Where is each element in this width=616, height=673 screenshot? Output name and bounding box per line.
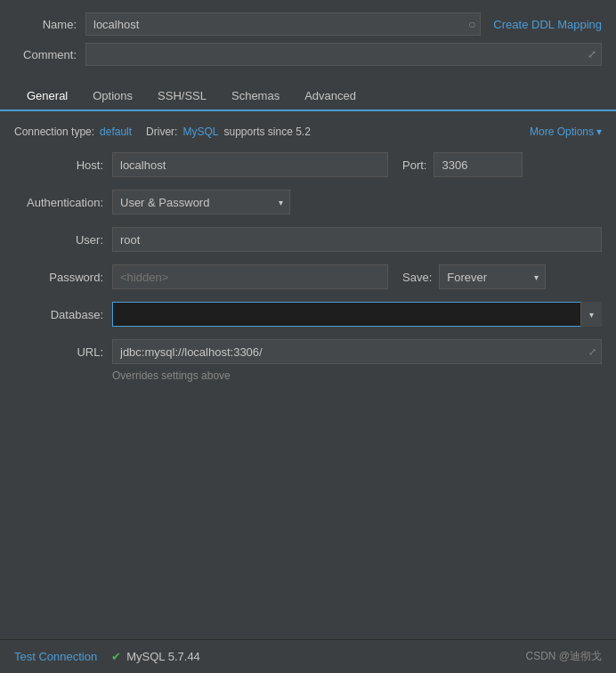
tab-general[interactable]: General bbox=[14, 82, 80, 111]
name-label: Name: bbox=[14, 18, 85, 31]
auth-select-wrap: User & Password None ▾ bbox=[112, 190, 290, 215]
tab-content: Connection type: default Driver: MySQL s… bbox=[0, 111, 616, 639]
comment-expand-icon[interactable]: ⤢ bbox=[588, 48, 596, 61]
database-dropdown-icon[interactable]: ▾ bbox=[580, 302, 602, 327]
tabs-bar: General Options SSH/SSL Schemas Advanced bbox=[0, 82, 616, 111]
tab-ssh-ssl[interactable]: SSH/SSL bbox=[145, 82, 219, 109]
name-input-wrap: ○ bbox=[85, 12, 481, 36]
tab-schemas[interactable]: Schemas bbox=[219, 82, 292, 109]
database-row: Database: ▾ bbox=[14, 302, 602, 327]
comment-label: Comment: bbox=[14, 48, 85, 61]
driver-since: supports since 5.2 bbox=[223, 126, 310, 138]
save-select[interactable]: Forever Never For session bbox=[439, 264, 546, 289]
name-input[interactable] bbox=[85, 12, 481, 36]
user-label: User: bbox=[14, 233, 112, 247]
driver-name[interactable]: MySQL bbox=[182, 126, 218, 138]
url-input[interactable] bbox=[112, 339, 602, 364]
mysql-version: MySQL 5.7.44 bbox=[126, 650, 200, 663]
test-connection-button[interactable]: Test Connection bbox=[14, 650, 97, 663]
form-section: Host: Port: Authentication: User & Passw… bbox=[0, 143, 616, 400]
tab-advanced[interactable]: Advanced bbox=[292, 82, 369, 109]
save-select-wrap: Forever Never For session ▾ bbox=[439, 264, 546, 289]
comment-input[interactable] bbox=[85, 43, 602, 66]
password-input[interactable] bbox=[112, 264, 388, 289]
comment-row: Comment: ⤢ bbox=[14, 43, 602, 66]
user-row: User: bbox=[14, 227, 602, 252]
auth-select[interactable]: User & Password None bbox=[112, 190, 290, 215]
database-input-wrap: ▾ bbox=[112, 302, 602, 327]
auth-label: Authentication: bbox=[14, 196, 112, 209]
more-options-button[interactable]: More Options ▾ bbox=[530, 126, 602, 138]
name-row: Name: ○ Create DDL Mapping bbox=[14, 12, 602, 36]
password-row: Password: Save: Forever Never For sessio… bbox=[14, 264, 602, 289]
overrides-text: Overrides settings above bbox=[112, 369, 602, 382]
name-clear-icon[interactable]: ○ bbox=[468, 17, 475, 31]
check-icon: ✔ bbox=[111, 650, 121, 663]
user-input[interactable] bbox=[112, 227, 602, 252]
save-label: Save: bbox=[402, 271, 432, 284]
more-options-chevron: ▾ bbox=[596, 126, 602, 138]
host-input[interactable] bbox=[112, 152, 388, 177]
url-label: URL: bbox=[14, 345, 112, 359]
top-section: Name: ○ Create DDL Mapping Comment: ⤢ bbox=[0, 0, 616, 82]
info-bar: Connection type: default Driver: MySQL s… bbox=[0, 120, 616, 143]
create-ddl-link[interactable]: Create DDL Mapping bbox=[493, 18, 602, 31]
connection-type-value: default bbox=[100, 126, 132, 138]
connection-dialog: Name: ○ Create DDL Mapping Comment: ⤢ Ge… bbox=[0, 0, 616, 673]
host-row: Host: Port: bbox=[14, 152, 602, 177]
password-label: Password: bbox=[14, 271, 112, 284]
url-row: URL: ⤢ bbox=[14, 339, 602, 364]
connection-type-label: Connection type: bbox=[14, 126, 94, 138]
url-input-wrap: ⤢ bbox=[112, 339, 602, 364]
mysql-status: ✔ MySQL 5.7.44 bbox=[111, 650, 200, 663]
database-label: Database: bbox=[14, 308, 112, 321]
database-input[interactable] bbox=[112, 302, 602, 327]
comment-input-wrap: ⤢ bbox=[85, 43, 602, 66]
auth-row: Authentication: User & Password None ▾ bbox=[14, 190, 602, 215]
url-expand-icon[interactable]: ⤢ bbox=[588, 346, 596, 358]
host-label: Host: bbox=[14, 158, 112, 172]
tab-options[interactable]: Options bbox=[80, 82, 145, 109]
driver-label: Driver: bbox=[146, 126, 177, 138]
port-input[interactable] bbox=[434, 152, 523, 177]
csdn-watermark: CSDN @迪彻戈 bbox=[525, 649, 602, 664]
bottom-bar: Test Connection ✔ MySQL 5.7.44 CSDN @迪彻戈 bbox=[0, 639, 616, 673]
port-label: Port: bbox=[402, 158, 426, 172]
